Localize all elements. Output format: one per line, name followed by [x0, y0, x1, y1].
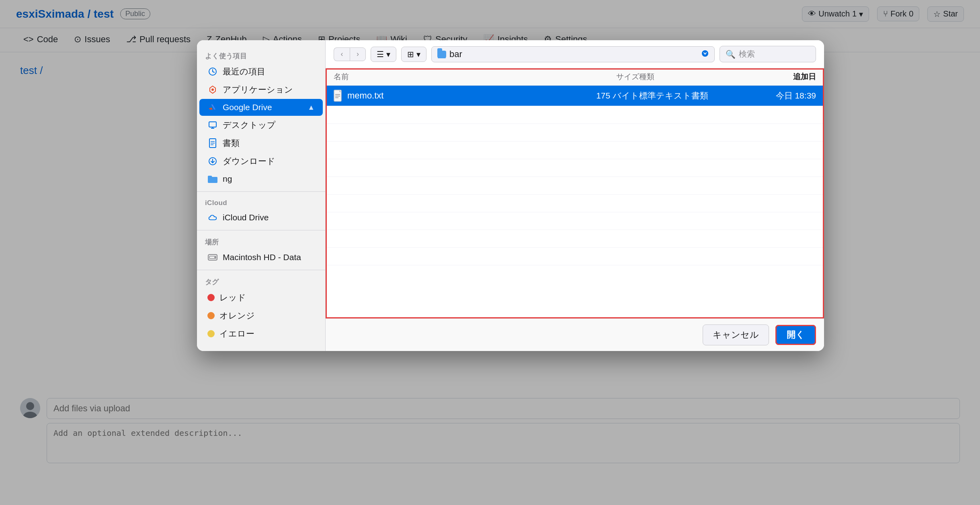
file-name: memo.txt — [347, 90, 383, 101]
picker-sidebar: よく使う項目 最近の項目 アプリケーション — [197, 40, 326, 351]
sidebar-item-applications[interactable]: アプリケーション — [199, 81, 323, 99]
location-name: bar — [449, 49, 462, 60]
sidebar-tag-red[interactable]: レッド — [199, 289, 323, 306]
sidebar-item-google-drive[interactable]: Google Drive ▲ — [199, 99, 323, 116]
file-list-header: 名前 サイズ 種類 追加日 — [326, 68, 824, 86]
empty-row-9 — [326, 248, 824, 265]
svg-line-5 — [213, 72, 214, 72]
file-type: 標準テキスト書類 — [639, 90, 728, 101]
applications-label: アプリケーション — [223, 84, 293, 95]
empty-row-1 — [326, 106, 824, 124]
sidebar-item-desktop[interactable]: デスクトップ — [199, 116, 323, 134]
location-folder-icon — [437, 51, 446, 58]
forward-icon: › — [357, 50, 359, 58]
sidebar-item-macintosh-hd[interactable]: Macintosh HD - Data — [199, 249, 323, 266]
list-view-icon: ☰ — [377, 49, 384, 59]
picker-main: ‹ › ☰ ▾ ⊞ ▾ bar — [326, 40, 824, 351]
file-list-container: 名前 サイズ 種類 追加日 memo.txt — [326, 68, 824, 318]
ng-label: ng — [223, 174, 232, 184]
favorites-label: よく使う項目 — [197, 48, 325, 62]
location-bar[interactable]: bar — [431, 46, 715, 62]
empty-row-5 — [326, 177, 824, 195]
folder-icon — [207, 174, 218, 184]
empty-row-6 — [326, 195, 824, 212]
search-placeholder: 検索 — [739, 49, 755, 60]
svg-point-19 — [702, 50, 708, 57]
downloads-label: ダウンロード — [223, 156, 275, 167]
grid-view-button[interactable]: ⊞ ▾ — [401, 47, 426, 62]
empty-row-2 — [326, 124, 824, 142]
red-tag-label: レッド — [219, 292, 246, 303]
picker-footer: キャンセル 開く — [326, 318, 824, 351]
app-icon — [207, 84, 218, 95]
sidebar-divider-icloud — [197, 191, 325, 192]
header-name: 名前 — [334, 72, 559, 82]
file-row-memo[interactable]: memo.txt 175 バイト 標準テキスト書類 今日 18:39 — [326, 86, 824, 106]
desktop-label: デスクトップ — [223, 119, 276, 131]
yellow-tag-dot — [207, 330, 215, 337]
picker-toolbar: ‹ › ☰ ▾ ⊞ ▾ bar — [326, 40, 824, 68]
orange-tag-label: オレンジ — [219, 310, 255, 321]
download-icon — [207, 156, 218, 166]
yellow-tag-label: イエロー — [219, 328, 254, 339]
tags-label: タグ — [197, 274, 325, 288]
macintosh-hd-label: Macintosh HD - Data — [223, 252, 301, 262]
header-size: サイズ — [559, 72, 639, 82]
sidebar-collapse-icon: ▲ — [308, 103, 315, 112]
sidebar-divider-tags — [197, 270, 325, 270]
file-icon — [334, 90, 343, 102]
icloud-drive-label: iCloud Drive — [223, 213, 269, 222]
google-drive-label: Google Drive — [223, 103, 272, 112]
documents-label: 書類 — [223, 138, 240, 149]
desktop-icon — [207, 120, 218, 130]
drive-icon — [207, 102, 218, 113]
file-size: 175 バイト — [559, 90, 639, 101]
chevron-down-icon-2: ▾ — [416, 49, 420, 59]
open-button[interactable]: 開く — [775, 325, 816, 345]
clock-icon — [207, 66, 218, 77]
list-view-button[interactable]: ☰ ▾ — [371, 47, 396, 62]
locations-label: 場所 — [197, 234, 325, 248]
svg-point-6 — [211, 88, 214, 91]
sidebar-item-icloud-drive[interactable]: iCloud Drive — [199, 209, 323, 226]
search-icon: 🔍 — [726, 49, 736, 59]
back-button[interactable]: ‹ — [334, 47, 350, 61]
file-area-remainder — [326, 265, 824, 318]
location-dropdown-icon — [701, 49, 709, 60]
sidebar-tag-yellow[interactable]: イエロー — [199, 325, 323, 343]
sidebar-item-ng[interactable]: ng — [199, 170, 323, 187]
file-date: 今日 18:39 — [728, 90, 816, 101]
sidebar-item-downloads[interactable]: ダウンロード — [199, 152, 323, 170]
docs-icon — [207, 138, 218, 148]
empty-row-3 — [326, 142, 824, 159]
empty-row-7 — [326, 212, 824, 230]
grid-view-icon: ⊞ — [407, 49, 414, 59]
back-icon: ‹ — [341, 50, 343, 58]
empty-row-8 — [326, 230, 824, 248]
cancel-button[interactable]: キャンセル — [703, 324, 769, 345]
chevron-down-icon: ▾ — [386, 49, 390, 59]
hd-icon — [207, 252, 218, 263]
orange-tag-dot — [207, 312, 215, 319]
icloud-icon — [207, 212, 218, 223]
sidebar-item-documents[interactable]: 書類 — [199, 134, 323, 152]
sidebar-item-recents[interactable]: 最近の項目 — [199, 63, 323, 80]
nav-buttons: ‹ › — [334, 47, 366, 61]
header-name-label: 名前 — [334, 72, 349, 82]
header-type: 種類 — [639, 72, 728, 82]
file-picker-dialog: よく使う項目 最近の項目 アプリケーション — [197, 40, 824, 351]
svg-point-18 — [214, 257, 216, 258]
forward-button[interactable]: › — [350, 47, 366, 61]
recents-label: 最近の項目 — [223, 66, 265, 77]
sidebar-divider-locations — [197, 230, 325, 230]
sidebar-tag-orange[interactable]: オレンジ — [199, 307, 323, 324]
red-tag-dot — [207, 294, 215, 301]
header-date: 追加日 — [728, 72, 816, 82]
icloud-label: iCloud — [197, 196, 325, 209]
search-box[interactable]: 🔍 検索 — [720, 46, 816, 62]
svg-rect-7 — [209, 122, 216, 127]
empty-row-4 — [326, 159, 824, 177]
file-name-cell: memo.txt — [334, 90, 559, 102]
